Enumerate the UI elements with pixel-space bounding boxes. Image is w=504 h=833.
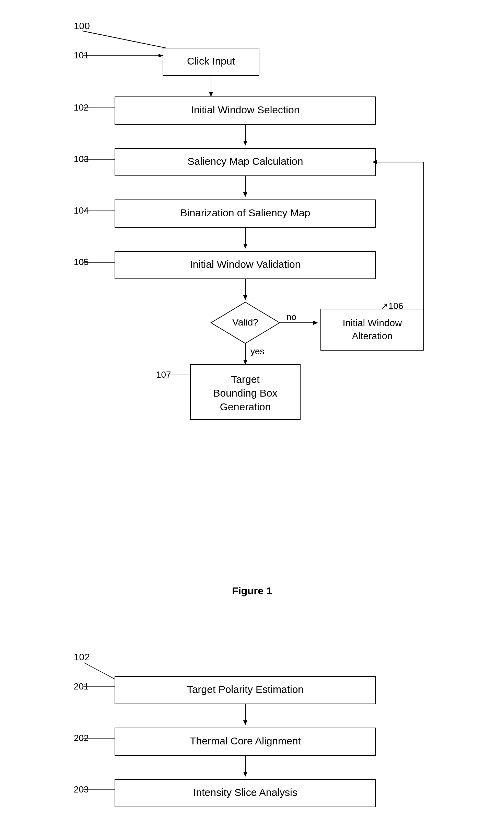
figure1-caption: Figure 1 (46, 585, 458, 597)
fig2-label-102: 102 (74, 652, 90, 662)
svg-marker-28 (243, 720, 247, 725)
svg-line-25 (84, 663, 115, 679)
thermal-core-label: Thermal Core Alignment (190, 735, 301, 746)
no-label: no (286, 312, 296, 322)
target-polarity-label: Target Polarity Estimation (187, 684, 303, 695)
label-100: 100 (74, 21, 90, 31)
svg-marker-3 (209, 92, 213, 97)
fig2-label-203: 203 (74, 784, 89, 795)
binarization-label: Binarization of Saliency Map (180, 207, 310, 218)
figure2-diagram: 102 201 Target Polarity Estimation 202 T… (46, 638, 458, 833)
svg-marker-17 (243, 360, 247, 365)
saliency-map-label: Saliency Map Calculation (187, 156, 303, 167)
initial-window-validation-label: Initial Window Validation (190, 259, 301, 270)
target-bounding-box-line2: Bounding Box (213, 387, 277, 399)
initial-window-alteration-box (321, 309, 424, 350)
label-101: 101 (74, 50, 89, 60)
page-container: 100 101 Click Input 102 Initial Window S… (0, 0, 504, 833)
initial-window-selection-label: Initial Window Selection (191, 104, 300, 115)
intensity-slice-label: Intensity Slice Analysis (193, 787, 297, 798)
svg-marker-31 (243, 772, 247, 777)
svg-marker-20 (313, 321, 318, 325)
svg-marker-6 (243, 141, 247, 146)
target-bounding-box-line3: Generation (220, 401, 270, 412)
svg-marker-15 (243, 295, 247, 300)
figure2-wrapper: 102 201 Target Polarity Estimation 202 T… (46, 638, 458, 833)
valid-label: Valid? (232, 317, 258, 328)
label-102: 102 (74, 102, 89, 113)
svg-marker-9 (243, 192, 247, 197)
label-104: 104 (74, 205, 89, 216)
click-input-label: Click Input (187, 55, 235, 67)
initial-window-alteration-line2: Alteration (352, 331, 392, 341)
label-103: 103 (74, 154, 89, 164)
fig2-label-201: 201 (74, 681, 89, 692)
fig2-label-202: 202 (74, 733, 89, 743)
figure1-diagram: 100 101 Click Input 102 Initial Window S… (46, 14, 458, 570)
label-105: 105 (74, 257, 89, 267)
figure1-wrapper: 100 101 Click Input 102 Initial Window S… (46, 14, 458, 617)
yes-label: yes (250, 346, 264, 356)
label-107: 107 (156, 369, 171, 380)
initial-window-alteration-line1: Initial Window (342, 318, 402, 328)
target-bounding-box-line1: Target (231, 374, 260, 385)
svg-marker-12 (243, 244, 247, 249)
svg-line-0 (82, 31, 166, 48)
